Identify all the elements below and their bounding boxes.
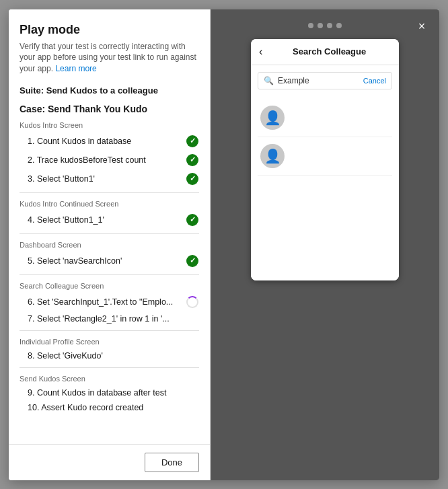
- search-icon: 🔍: [264, 76, 274, 85]
- divider: [20, 274, 199, 275]
- avatar-row-1[interactable]: 👤: [258, 99, 392, 137]
- divider: [20, 367, 199, 368]
- step-spinner-icon: [186, 295, 199, 309]
- step-text: 3. Select 'Button1': [28, 174, 182, 184]
- divider: [20, 192, 199, 193]
- screen-label-2: Dashboard Screen: [20, 241, 199, 249]
- learn-more-link[interactable]: Learn more: [55, 64, 96, 73]
- step-text: 7. Select 'Rectangle2_1' in row 1 in '..…: [28, 314, 199, 324]
- right-panel: × ‹ Search Colleague 🔍 Example Cancel: [211, 9, 439, 480]
- screen-label-4: Individual Profile Screen: [20, 338, 199, 346]
- step-check-icon: [186, 135, 199, 148]
- steps-container: Kudos Intro Screen1. Count Kudos in data…: [20, 121, 199, 415]
- avatar-1: 👤: [260, 106, 285, 130]
- done-button[interactable]: Done: [145, 453, 199, 472]
- dot-2: [318, 23, 323, 28]
- step-text: 1. Count Kudos in database: [28, 137, 182, 146]
- left-content: Play mode Verify that your test is corre…: [9, 9, 210, 444]
- divider: [20, 233, 199, 234]
- avatar-icon-1: 👤: [264, 110, 281, 126]
- phone-header: ‹ Search Colleague: [251, 39, 399, 65]
- screen-label-5: Send Kudos Screen: [20, 375, 199, 383]
- search-bar: 🔍 Example Cancel: [258, 72, 392, 89]
- step-item: 6. Set 'SearchInput_1'.Text to "Emplo...: [20, 293, 199, 311]
- dots-row: [308, 23, 342, 28]
- play-mode-title: Play mode: [20, 23, 199, 37]
- step-item: 8. Select 'GiveKudo': [20, 348, 199, 363]
- step-text: 2. Trace kudosBeforeTest count: [28, 155, 182, 165]
- step-check-icon: [186, 172, 199, 186]
- modal: Play mode Verify that your test is corre…: [9, 9, 439, 480]
- step-item: 7. Select 'Rectangle2_1' in row 1 in '..…: [20, 311, 199, 326]
- step-item: 10. Assert Kudo record created: [20, 400, 199, 415]
- step-item: 3. Select 'Button1': [20, 170, 199, 188]
- screen-label-0: Kudos Intro Screen: [20, 121, 199, 129]
- step-text: 4. Select 'Button1_1': [28, 215, 182, 225]
- left-panel: Play mode Verify that your test is corre…: [9, 9, 211, 480]
- step-check-icon: [186, 153, 199, 167]
- step-item: 2. Trace kudosBeforeTest count: [20, 151, 199, 170]
- step-text: 5. Select 'navSearchIcon': [28, 256, 182, 266]
- search-input-value: Example: [278, 76, 359, 85]
- back-arrow[interactable]: ‹: [259, 46, 262, 58]
- phone-screen-title: Search Colleague: [268, 46, 391, 57]
- phone-body: 🔍 Example Cancel 👤 👤: [251, 65, 399, 280]
- step-check-icon: [186, 213, 199, 227]
- step-item: 4. Select 'Button1_1': [20, 211, 199, 229]
- phone-mockup: ‹ Search Colleague 🔍 Example Cancel 👤: [251, 39, 399, 280]
- screen-label-1: Kudos Intro Continued Screen: [20, 200, 199, 208]
- step-check-icon: [186, 254, 199, 268]
- step-item: 1. Count Kudos in database: [20, 132, 199, 151]
- modal-overlay: Play mode Verify that your test is corre…: [0, 0, 448, 489]
- dot-4: [336, 23, 342, 28]
- left-footer: Done: [9, 444, 210, 480]
- divider: [20, 330, 199, 331]
- avatar-row-2[interactable]: 👤: [258, 137, 392, 176]
- avatar-2: 👤: [260, 144, 285, 168]
- close-button[interactable]: ×: [412, 17, 431, 36]
- dot-1: [308, 23, 313, 28]
- step-item: 9. Count Kudos in database after test: [20, 385, 199, 400]
- step-text: 9. Count Kudos in database after test: [28, 388, 199, 398]
- case-title: Case: Send Thank You Kudo: [20, 104, 199, 114]
- play-mode-desc: Verify that your test is correctly inter…: [20, 41, 199, 75]
- suite-title: Suite: Send Kudos to a colleague: [20, 85, 199, 98]
- cancel-link[interactable]: Cancel: [363, 77, 386, 85]
- step-item: 5. Select 'navSearchIcon': [20, 252, 199, 270]
- step-text: 8. Select 'GiveKudo': [28, 351, 199, 361]
- screen-label-3: Search Colleague Screen: [20, 282, 199, 290]
- step-text: 10. Assert Kudo record created: [28, 403, 199, 412]
- avatar-icon-2: 👤: [264, 148, 281, 164]
- dot-3: [327, 23, 332, 28]
- step-text: 6. Set 'SearchInput_1'.Text to "Emplo...: [28, 297, 182, 307]
